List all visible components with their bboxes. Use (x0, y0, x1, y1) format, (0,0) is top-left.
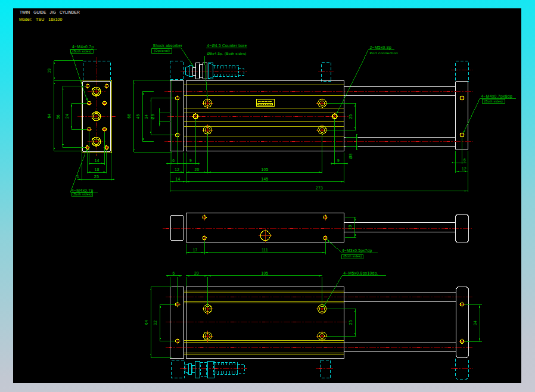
svg-text:(Both sides): (Both sides) (73, 192, 92, 196)
svg-text:Ø8x4.5p. (Both sides): Ø8x4.5p. (Both sides) (207, 51, 247, 55)
svg-text:105: 105 (261, 271, 268, 275)
svg-text:6: 6 (172, 158, 175, 163)
svg-text:25: 25 (349, 114, 353, 119)
svg-text:34: 34 (144, 114, 148, 119)
svg-text:46: 46 (136, 114, 140, 119)
svg-text:17: 17 (193, 248, 198, 252)
svg-text:1: 1 (77, 175, 79, 179)
svg-text:19: 19 (47, 69, 51, 73)
svg-text:20: 20 (195, 167, 200, 172)
svg-text:Ø8: Ø8 (349, 153, 353, 158)
svg-text:2−M5x0.8p: 2−M5x0.8p (370, 45, 392, 50)
svg-text:9: 9 (189, 158, 192, 163)
svg-text:14: 14 (176, 177, 181, 181)
svg-text:6: 6 (464, 158, 466, 162)
svg-text:(Optional): (Optional) (154, 49, 170, 52)
svg-text:25: 25 (349, 320, 353, 325)
svg-text:105: 105 (262, 167, 269, 172)
svg-text:19: 19 (348, 225, 352, 230)
svg-text:24: 24 (65, 114, 69, 119)
svg-text:111: 111 (262, 248, 268, 252)
svg-text:12: 12 (175, 167, 179, 172)
svg-text:34: 34 (473, 321, 477, 325)
svg-text:64: 64 (144, 320, 148, 325)
svg-text:(Both sides): (Both sides) (72, 49, 91, 53)
svg-text:273: 273 (316, 186, 323, 190)
svg-text:4−Ø4.5 Counter bore: 4−Ø4.5 Counter bore (207, 43, 247, 48)
svg-text:64: 64 (47, 114, 51, 119)
svg-text:4−M4x0.7px8dp: 4−M4x0.7px8dp (481, 94, 512, 99)
svg-text:Port connection: Port connection (370, 51, 399, 55)
svg-text:6: 6 (173, 271, 175, 275)
svg-text:66: 66 (127, 114, 131, 119)
svg-text:Ø8: Ø8 (151, 114, 155, 119)
svg-text:12: 12 (462, 167, 466, 171)
svg-text:14: 14 (95, 158, 99, 163)
svg-text:4−M5x0.8px10dp.: 4−M5x0.8px10dp. (343, 271, 378, 276)
svg-text:Shock absorber: Shock absorber (153, 43, 183, 48)
svg-text:20: 20 (194, 271, 199, 275)
svg-text:9: 9 (337, 158, 340, 163)
svg-text:32: 32 (153, 321, 157, 325)
svg-text:25: 25 (94, 175, 99, 179)
svg-text:18: 18 (95, 167, 99, 172)
svg-text:56: 56 (56, 114, 60, 119)
svg-text:(Both sides): (Both sides) (343, 254, 362, 258)
svg-text:(Both sides): (Both sides) (484, 99, 503, 103)
svg-text:145: 145 (262, 177, 269, 181)
